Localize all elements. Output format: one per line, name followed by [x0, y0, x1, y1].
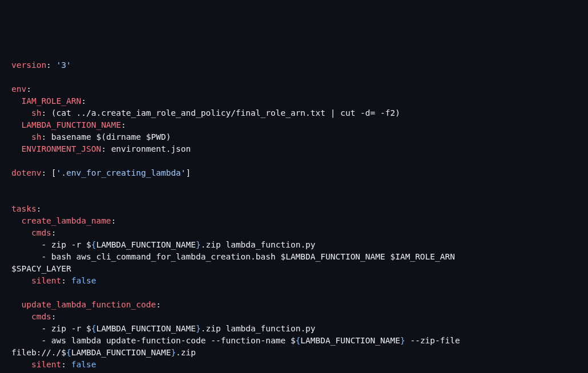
yaml-line: version: '3'	[11, 60, 71, 70]
yaml-line: cmds:	[11, 312, 57, 321]
yaml-line: ENVIRONMENT_JSON: environment.json	[11, 144, 191, 153]
yaml-key: tasks	[11, 204, 37, 213]
yaml-line: - bash aws_cli_command_for_lambda_creati…	[11, 252, 460, 261]
yaml-key: create_lambda_name	[21, 216, 111, 225]
yaml-value: basename $(dirname $PWD)	[51, 132, 171, 141]
yaml-key: env	[11, 84, 26, 94]
yaml-key: LAMBDA_FUNCTION_NAME	[21, 120, 121, 129]
code-block: version: '3' env: IAM_ROLE_ARN: sh: (cat…	[11, 59, 577, 371]
list-dash: -	[41, 324, 51, 333]
yaml-line: - zip -r ${LAMBDA_FUNCTION_NAME}.zip lam…	[11, 240, 316, 249]
yaml-line: LAMBDA_FUNCTION_NAME:	[11, 120, 126, 129]
yaml-line: sh: (cat ../a.create_iam_role_and_policy…	[11, 108, 400, 117]
list-dash: -	[41, 336, 51, 345]
yaml-value: environment.json	[111, 144, 191, 153]
list-dash: -	[41, 240, 51, 249]
yaml-key: silent	[31, 276, 61, 285]
yaml-key: dotenv	[11, 168, 41, 177]
yaml-value: false	[71, 360, 96, 369]
yaml-line: cmds:	[11, 228, 57, 237]
yaml-key: sh	[31, 132, 41, 141]
yaml-value: '.env_for_creating_lambda'	[57, 168, 186, 177]
yaml-key: sh	[31, 108, 41, 117]
yaml-line: - zip -r ${LAMBDA_FUNCTION_NAME}.zip lam…	[11, 324, 316, 333]
yaml-line: - aws lambda update-function-code --func…	[11, 336, 465, 345]
yaml-line: silent: false	[11, 360, 96, 369]
yaml-key: cmds	[31, 228, 51, 237]
yaml-key: cmds	[31, 312, 51, 321]
yaml-line: sh: basename $(dirname $PWD)	[11, 132, 171, 141]
yaml-key: update_lambda_function_code	[21, 300, 156, 309]
yaml-value: false	[71, 276, 96, 285]
yaml-key: silent	[31, 360, 61, 369]
list-dash: -	[41, 252, 51, 261]
yaml-key: IAM_ROLE_ARN	[21, 96, 81, 106]
yaml-line: tasks:	[11, 204, 41, 213]
yaml-value: '3'	[57, 60, 71, 70]
yaml-line: update_lambda_function_code:	[11, 300, 161, 309]
yaml-line: create_lambda_name:	[11, 216, 116, 225]
yaml-key: ENVIRONMENT_JSON	[21, 144, 101, 153]
yaml-line: env:	[11, 84, 31, 94]
yaml-line: silent: false	[11, 276, 96, 285]
yaml-value: (cat ../a.create_iam_role_and_policy/fin…	[51, 108, 400, 117]
yaml-line: IAM_ROLE_ARN:	[11, 96, 86, 106]
yaml-line: fileb://./${LAMBDA_FUNCTION_NAME}.zip	[11, 348, 196, 357]
yaml-line: $SPACY_LAYER	[11, 264, 71, 273]
yaml-key: version	[11, 60, 46, 70]
yaml-line: dotenv: ['.env_for_creating_lambda']	[11, 168, 191, 177]
